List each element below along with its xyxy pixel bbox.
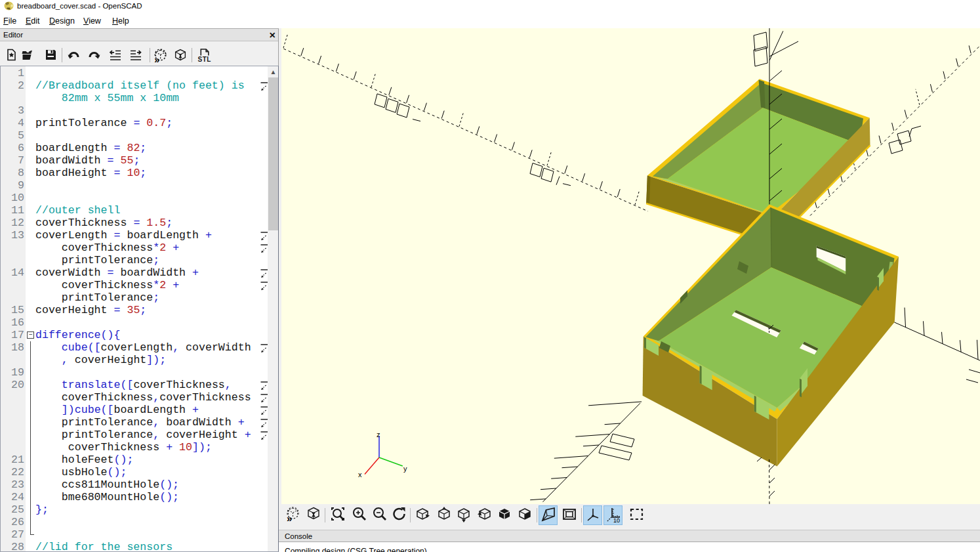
svg-text:y: y bbox=[403, 465, 407, 473]
svg-text:10: 10 bbox=[613, 517, 620, 522]
svg-text:»: » bbox=[154, 54, 159, 62]
svg-text:STL: STL bbox=[198, 56, 211, 62]
svg-text:x: x bbox=[358, 471, 362, 478]
svg-text:z: z bbox=[377, 431, 380, 438]
svg-text:»: » bbox=[287, 513, 292, 523]
